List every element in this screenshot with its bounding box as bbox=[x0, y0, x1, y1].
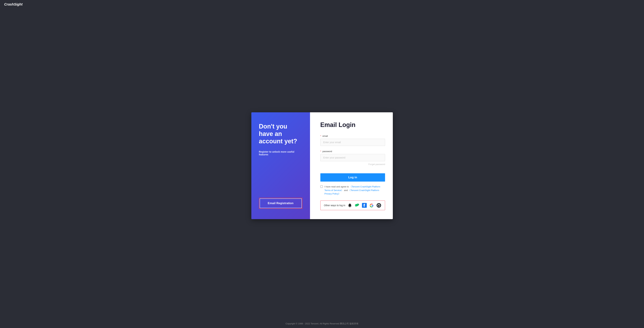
login-button[interactable]: Log in bbox=[320, 173, 385, 181]
form-title: Email Login bbox=[320, 121, 385, 129]
svg-point-10 bbox=[357, 204, 359, 205]
password-required-star: * bbox=[320, 150, 321, 153]
svg-point-12 bbox=[358, 204, 358, 205]
page-footer: Copyright © 1998 - 2022 Tencent. All Rig… bbox=[0, 319, 644, 328]
password-label: * password bbox=[320, 150, 385, 153]
svg-point-8 bbox=[356, 205, 356, 205]
facebook-login-icon[interactable] bbox=[362, 203, 367, 208]
left-panel-footer: Email Registration bbox=[259, 198, 302, 209]
left-panel-content: Don't you have an account yet? Register … bbox=[259, 123, 302, 184]
password-field-group: * password Forget password bbox=[320, 150, 385, 166]
svg-point-4 bbox=[349, 205, 350, 205]
wechat-login-icon[interactable] bbox=[354, 203, 360, 208]
google-login-icon[interactable] bbox=[369, 203, 374, 208]
email-registration-wrapper: Email Registration bbox=[259, 198, 302, 209]
other-login-label: Other ways to log in bbox=[324, 204, 346, 207]
app-logo: CrashSight bbox=[4, 2, 22, 6]
svg-point-6 bbox=[349, 206, 351, 207]
app-header: CrashSight bbox=[0, 0, 27, 9]
footer-text: Copyright © 1998 - 2022 Tencent. All Rig… bbox=[286, 322, 358, 325]
email-required-star: * bbox=[320, 135, 321, 137]
forget-password-row: Forget password bbox=[320, 163, 385, 166]
other-login-section: Other ways to log in bbox=[320, 200, 385, 210]
terms-row: I have read and agree to 《Tencent CrashS… bbox=[320, 185, 385, 196]
left-panel-subtitle: Register to unlock more useful features bbox=[259, 150, 302, 156]
left-panel-title: Don't you have an account yet? bbox=[259, 123, 302, 145]
email-label: * email bbox=[320, 135, 385, 137]
svg-point-15 bbox=[376, 203, 381, 208]
email-registration-button[interactable]: Email Registration bbox=[260, 198, 302, 208]
forget-password-link[interactable]: Forget password bbox=[368, 163, 385, 165]
terms-checkbox[interactable] bbox=[320, 185, 323, 188]
right-panel: Email Login * email * password Forget pa… bbox=[310, 112, 393, 219]
qq-login-icon[interactable] bbox=[347, 203, 352, 208]
github-login-icon[interactable] bbox=[376, 203, 382, 208]
email-input[interactable] bbox=[320, 139, 385, 146]
left-panel: Don't you have an account yet? Register … bbox=[251, 112, 310, 219]
login-card: Don't you have an account yet? Register … bbox=[251, 112, 393, 219]
svg-point-11 bbox=[357, 204, 358, 205]
password-input[interactable] bbox=[320, 154, 385, 161]
terms-text: I have read and agree to 《Tencent CrashS… bbox=[324, 185, 385, 196]
email-field-group: * email bbox=[320, 135, 385, 146]
